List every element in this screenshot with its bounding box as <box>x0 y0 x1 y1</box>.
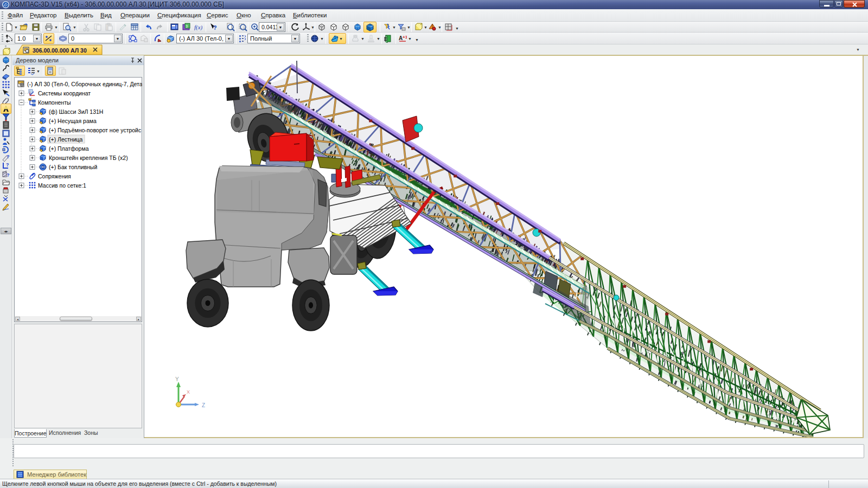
svg-text:Массив по сетке:1: Массив по сетке:1 <box>38 182 86 189</box>
svg-text:Системы координат: Системы координат <box>38 90 91 97</box>
svg-text:(+) Платформа: (+) Платформа <box>49 145 89 152</box>
svg-text:3: 3 <box>186 24 188 28</box>
svg-text:?: ? <box>213 24 217 31</box>
svg-text:Компоненты: Компоненты <box>38 99 71 106</box>
svg-text:f(x): f(x) <box>194 24 202 31</box>
svg-text:Сопряжения: Сопряжения <box>38 173 71 179</box>
svg-text:Z: Z <box>202 402 205 408</box>
svg-text:?: ? <box>7 172 10 178</box>
svg-text:(+) Подъёмно-поворот ное устр: (+) Подъёмно-поворот ное устройс <box>49 127 141 133</box>
svg-text:Y: Y <box>175 376 179 382</box>
svg-text:Кронштейн крепления ТБ (x2): Кронштейн крепления ТБ (x2) <box>49 155 128 161</box>
svg-text:(-) АЛ 30 (Тел-0, Сборочных ед: (-) АЛ 30 (Тел-0, Сборочных единиц-7, Де… <box>27 81 142 87</box>
svg-text:?: ? <box>7 154 10 159</box>
svg-text:X: X <box>187 389 190 395</box>
svg-text:(+) Несущая рама: (+) Несущая рама <box>49 118 97 124</box>
svg-text:+1: +1 <box>403 35 407 40</box>
svg-text:(ф) Шасси ЗиЛ 131Н: (ф) Шасси ЗиЛ 131Н <box>49 108 103 115</box>
svg-text:(+) Бак топливный: (+) Бак топливный <box>49 164 97 170</box>
svg-text:?: ? <box>6 162 9 168</box>
svg-text:(+) Лестница: (+) Лестница <box>49 136 83 143</box>
